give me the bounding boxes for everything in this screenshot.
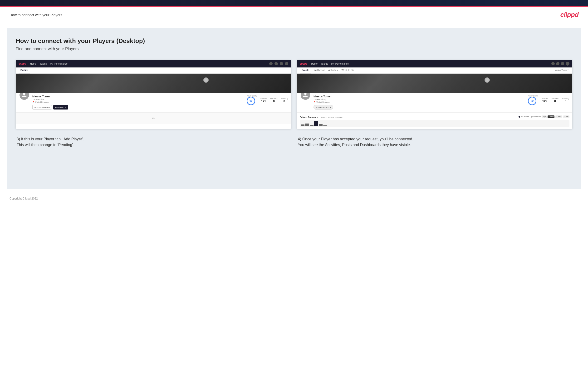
remove-player-button[interactable]: Remove Player ✕ bbox=[313, 105, 333, 109]
activities-stat-2: Activities 129 bbox=[542, 98, 548, 103]
following-value-2: 0 bbox=[562, 99, 569, 103]
off-course-legend-label: Off course bbox=[534, 116, 541, 117]
app-tab-bar-2: Profile Dashboard Activities What To On … bbox=[297, 67, 572, 74]
footer: Copyright Clippd 2022 bbox=[0, 194, 588, 203]
main-subtitle: Find and connect with your Players bbox=[16, 47, 572, 51]
edit-icon-1: ✏ bbox=[152, 116, 155, 121]
activity-filters: On course Off course 1 yr 6 mths 3 mths … bbox=[519, 116, 570, 118]
user-dropdown-2[interactable] bbox=[566, 62, 570, 66]
tab-activities-2[interactable]: Activities bbox=[326, 67, 339, 73]
screenshots-row: clippd Home Teams My Performance Profile bbox=[16, 60, 572, 129]
on-course-legend-dot bbox=[519, 116, 520, 117]
activity-subtitle: Monthly Activity · 6 Months bbox=[321, 116, 343, 118]
activity-title: Activity Summary bbox=[300, 116, 318, 118]
tab-dashboard-2[interactable]: Dashboard bbox=[311, 67, 326, 73]
activities-stat-1: Activities 129 bbox=[260, 98, 267, 103]
profile-handicap-2: 1-5 Handicap bbox=[313, 98, 525, 101]
chart-bar-3 bbox=[310, 125, 313, 126]
filter-3mths[interactable]: 3 mths bbox=[555, 116, 562, 118]
activity-chart bbox=[300, 120, 570, 127]
nav-link-performance-2[interactable]: My Performance bbox=[331, 62, 349, 65]
chart-bar-1 bbox=[301, 125, 304, 126]
settings-icon-2[interactable] bbox=[561, 62, 564, 65]
app-nav-links-2: Home Teams My Performance bbox=[311, 62, 551, 65]
app-nav-1: clippd Home Teams My Performance bbox=[16, 60, 291, 67]
main-content: How to connect with your Players (Deskto… bbox=[7, 28, 581, 189]
search-icon-2[interactable] bbox=[551, 62, 555, 65]
profile-name-2: Marcus Turner bbox=[313, 95, 525, 98]
user-name-tab: Marcus Turner ▾ bbox=[554, 67, 570, 73]
app-tab-bar-1: Profile bbox=[16, 67, 291, 74]
quality-label-1: Player Quality bbox=[247, 95, 257, 97]
nav-link-performance-1[interactable]: My Performance bbox=[50, 62, 68, 65]
nav-link-home-2[interactable]: Home bbox=[311, 62, 318, 65]
avatar-icon-1[interactable] bbox=[285, 62, 288, 65]
nav-link-teams-2[interactable]: Teams bbox=[321, 62, 328, 65]
golf-banner-1 bbox=[16, 74, 291, 93]
action-buttons-2: Remove Player ✕ bbox=[313, 105, 525, 109]
following-stat-1: Following 0 bbox=[281, 98, 288, 103]
nav-avatar-2 bbox=[566, 62, 570, 66]
add-player-button[interactable]: Add Player + bbox=[53, 105, 68, 109]
app-nav-logo-1: clippd bbox=[18, 62, 26, 65]
page-header-title: How to connect with your Players bbox=[9, 13, 62, 17]
activities-value-2: 129 bbox=[542, 99, 548, 103]
following-stat-2: Following 0 bbox=[562, 98, 569, 103]
desc-row: 3) If this is your Player tap, 'Add Play… bbox=[16, 136, 572, 148]
profile-info-2: Marcus Turner 1-5 Handicap 📍 United King… bbox=[313, 95, 525, 109]
search-icon-1[interactable] bbox=[269, 62, 273, 65]
followers-value-1: 0 bbox=[270, 99, 277, 103]
user-icon-1[interactable] bbox=[275, 62, 278, 65]
filter-6mths[interactable]: 6 mths bbox=[548, 116, 554, 118]
profile-section-1: Marcus Turner 1-5 Handicap 📍 United King… bbox=[16, 93, 291, 112]
app-nav-icons-2 bbox=[551, 62, 570, 66]
nav-link-home-1[interactable]: Home bbox=[30, 62, 36, 65]
profile-location-1: 📍 United Kingdom bbox=[32, 101, 244, 103]
profile-name-1: Marcus Turner bbox=[32, 95, 244, 98]
stats-row-2: Player Quality 92 Activities 129 Followe… bbox=[528, 95, 569, 105]
chart-bar-4 bbox=[314, 121, 318, 126]
activity-summary: Activity Summary Monthly Activity · 6 Mo… bbox=[297, 112, 572, 129]
user-icon-2[interactable] bbox=[556, 62, 560, 65]
quality-stat-1: Player Quality 92 bbox=[247, 95, 257, 105]
golf-banner-2 bbox=[297, 74, 572, 93]
settings-icon-1[interactable] bbox=[280, 62, 283, 65]
activities-label-1: Activities bbox=[260, 98, 267, 99]
stats-row-1: Player Quality 92 Activities 129 Followe… bbox=[247, 95, 288, 105]
tab-profile-1[interactable]: Profile bbox=[18, 67, 30, 73]
activities-value-1: 129 bbox=[260, 99, 267, 103]
quality-circle-1: 92 bbox=[247, 97, 255, 105]
page-header: How to connect with your Players clippd bbox=[0, 7, 588, 23]
close-icon-remove: ✕ bbox=[329, 106, 331, 108]
tab-profile-2[interactable]: Profile bbox=[300, 67, 311, 73]
app-nav-icons-1 bbox=[269, 62, 288, 65]
request-follow-button[interactable]: Request to Follow bbox=[32, 105, 52, 109]
tab-what-to-on-2[interactable]: What To On bbox=[340, 67, 356, 73]
following-label-2: Following bbox=[562, 98, 569, 99]
app-nav-2: clippd Home Teams My Performance bbox=[297, 60, 572, 67]
profile-info-1: Marcus Turner 1-5 Handicap 📍 United King… bbox=[32, 95, 244, 109]
nav-link-teams-1[interactable]: Teams bbox=[40, 62, 47, 65]
desc-box-1: 3) If this is your Player tap, 'Add Play… bbox=[16, 136, 291, 148]
chart-bar-2 bbox=[305, 124, 309, 126]
quality-circle-2: 92 bbox=[528, 97, 536, 105]
desc-text-1: 3) If this is your Player tap, 'Add Play… bbox=[17, 136, 290, 148]
copyright-text: Copyright Clippd 2022 bbox=[9, 197, 38, 200]
profile-handicap-1: 1-5 Handicap bbox=[32, 98, 244, 101]
filter-1yr[interactable]: 1 yr bbox=[542, 116, 547, 118]
screenshot-1: clippd Home Teams My Performance Profile bbox=[16, 60, 291, 129]
main-title: How to connect with your Players (Deskto… bbox=[16, 37, 572, 45]
app-nav-links-1: Home Teams My Performance bbox=[30, 62, 269, 65]
location-pin-icon-2: 📍 bbox=[313, 101, 316, 103]
screenshot-2: clippd Home Teams My Performance Prof bbox=[297, 60, 572, 129]
desc-box-2: 4) Once your Player has accepted your re… bbox=[297, 136, 572, 148]
filter-1mth[interactable]: 1 mth bbox=[563, 116, 570, 118]
followers-stat-2: Followers 0 bbox=[551, 98, 559, 103]
profile-section-2: Marcus Turner 1-5 Handicap 📍 United King… bbox=[297, 93, 572, 112]
top-bar bbox=[0, 0, 588, 7]
followers-label-2: Followers bbox=[551, 98, 559, 99]
followers-value-2: 0 bbox=[551, 99, 559, 103]
followers-label-1: Followers bbox=[270, 98, 277, 99]
app-nav-logo-2: clippd bbox=[300, 62, 307, 65]
activity-header: Activity Summary Monthly Activity · 6 Mo… bbox=[300, 115, 570, 119]
